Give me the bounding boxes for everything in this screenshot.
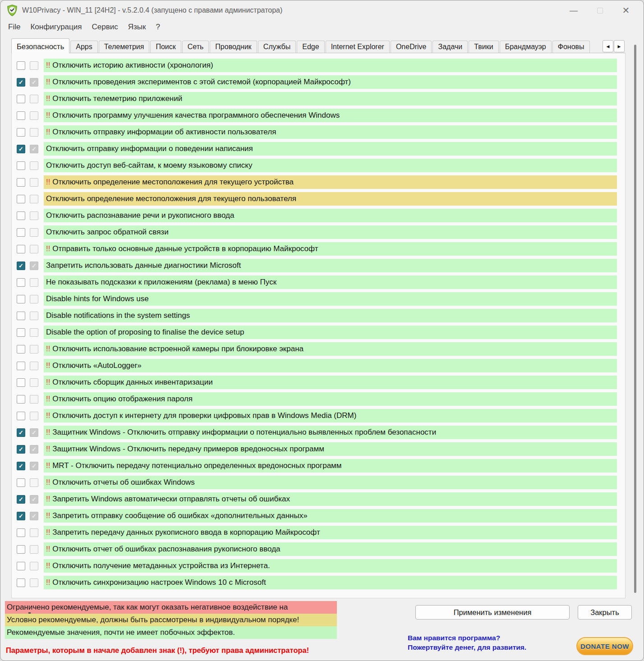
setting-checkbox[interactable] bbox=[17, 328, 25, 337]
tab-edge[interactable]: Edge bbox=[297, 41, 324, 53]
setting-checkbox[interactable] bbox=[17, 362, 25, 370]
setting-checkbox[interactable] bbox=[17, 312, 25, 320]
setting-label: Отключить распознавание речи и рукописно… bbox=[44, 209, 617, 222]
tab-scroll-left-button[interactable]: ◀ bbox=[603, 40, 613, 52]
menu-item--[interactable]: ? bbox=[151, 23, 165, 32]
setting-state-checkbox bbox=[30, 578, 38, 587]
setting-label: !! Отключить отчеты об ошибках Windows bbox=[44, 476, 617, 489]
setting-checkbox[interactable] bbox=[17, 111, 25, 120]
setting-checkbox[interactable] bbox=[17, 562, 25, 570]
list-item: ✓✓!! Отключить проведения экспериментов … bbox=[14, 75, 625, 89]
setting-checkbox[interactable]: ✓ bbox=[17, 262, 25, 270]
list-item: Disable notifications in the system sett… bbox=[14, 309, 625, 322]
setting-checkbox[interactable] bbox=[17, 161, 25, 170]
setting-checkbox[interactable] bbox=[17, 128, 25, 137]
setting-checkbox[interactable] bbox=[17, 478, 25, 487]
setting-text: Защитник Windows - Отключить отправку ин… bbox=[50, 428, 436, 436]
setting-checkbox[interactable] bbox=[17, 395, 25, 404]
setting-checkbox[interactable] bbox=[17, 211, 25, 220]
setting-text: Отключить опцию отображения пароля bbox=[50, 395, 192, 403]
shield-check-icon bbox=[7, 5, 18, 16]
settings-panel: !! Отключить историю активности (хроноло… bbox=[11, 53, 626, 598]
setting-checkbox[interactable]: ✓ bbox=[17, 428, 25, 437]
menu-item-сервис[interactable]: Сервис bbox=[87, 23, 123, 32]
maximize-button[interactable] bbox=[587, 0, 613, 20]
setting-checkbox[interactable]: ✓ bbox=[17, 145, 25, 153]
setting-checkbox[interactable] bbox=[17, 412, 25, 420]
setting-checkbox[interactable] bbox=[17, 578, 25, 587]
close-button[interactable]: ✕ bbox=[613, 0, 639, 20]
tab-strip: БезопасностьAppsТелеметрияПоискСетьПрово… bbox=[11, 38, 602, 53]
donate-text: Вам нравится программа? Пожертвуйте дене… bbox=[408, 633, 526, 652]
setting-text: Не показывать подсказки к приложениям (р… bbox=[46, 278, 276, 286]
setting-label: !! MRT - Отключить передачу потенциально… bbox=[44, 459, 617, 473]
tab-сеть[interactable]: Сеть bbox=[182, 41, 209, 53]
setting-state-checkbox bbox=[30, 245, 38, 253]
setting-state-checkbox: ✓ bbox=[30, 78, 38, 87]
setting-label: !! Отключить отправку информации об акти… bbox=[44, 125, 617, 139]
list-item: !! Отключить отправку информации об акти… bbox=[14, 125, 625, 139]
maximize-icon bbox=[597, 8, 603, 14]
setting-checkbox[interactable]: ✓ bbox=[17, 78, 25, 87]
setting-label: !! Отключить определение местоположения … bbox=[44, 175, 617, 189]
tab-onedrive[interactable]: OneDrive bbox=[391, 41, 432, 53]
setting-checkbox[interactable] bbox=[17, 345, 25, 353]
setting-checkbox[interactable] bbox=[17, 278, 25, 287]
scrollbar-thumb[interactable] bbox=[634, 45, 636, 593]
setting-checkbox[interactable] bbox=[17, 545, 25, 554]
list-item: !! Отключить телеметрию приложений bbox=[14, 92, 625, 106]
vertical-scrollbar[interactable] bbox=[630, 43, 640, 594]
setting-text: Отключить отчеты об ошибках Windows bbox=[50, 478, 194, 487]
tab-фоновы[interactable]: Фоновы bbox=[552, 41, 590, 53]
menu-item-конфигурация[interactable]: Конфигурация bbox=[25, 23, 87, 32]
setting-text: Отключить историю активности (хронология… bbox=[50, 61, 213, 69]
setting-checkbox[interactable] bbox=[17, 95, 25, 103]
menu-item-язык[interactable]: Язык bbox=[123, 23, 151, 32]
setting-checkbox[interactable]: ✓ bbox=[17, 512, 25, 520]
list-item: !! Отправить только основные данные устр… bbox=[14, 242, 625, 256]
tab-брандмауэр[interactable]: Брандмауэр bbox=[500, 41, 552, 53]
list-item: Отключить распознавание речи и рукописно… bbox=[14, 209, 625, 222]
tab-поиск[interactable]: Поиск bbox=[150, 41, 181, 53]
setting-label: !! Запретить отправку сообщение об ошибк… bbox=[44, 509, 617, 523]
tab-scrollers: ◀ ▶ bbox=[603, 40, 625, 52]
close-app-button[interactable]: Закрыть bbox=[578, 605, 632, 620]
minimize-button[interactable]: — bbox=[561, 0, 587, 20]
tab-проводник[interactable]: Проводник bbox=[210, 41, 257, 53]
tab-задачи[interactable]: Задачи bbox=[432, 41, 468, 53]
tab-службы[interactable]: Службы bbox=[258, 41, 296, 53]
list-item: ✓✓!! Защитник Windows - Отключить переда… bbox=[14, 442, 625, 456]
setting-checkbox[interactable] bbox=[17, 228, 25, 237]
setting-label: Отключить определение местоположения для… bbox=[44, 192, 617, 206]
list-item: Отключить запрос обратной связи bbox=[14, 225, 625, 239]
setting-checkbox[interactable] bbox=[17, 178, 25, 187]
menu-item-file[interactable]: File bbox=[3, 23, 25, 32]
setting-checkbox[interactable] bbox=[17, 195, 25, 203]
setting-text: Отправить только основные данные устройс… bbox=[50, 244, 318, 253]
donate-now-button[interactable]: DONATE NOW bbox=[576, 637, 633, 655]
setting-label: !! Отключить получение метаданных устрой… bbox=[44, 559, 617, 573]
list-item: !! Отключить получение метаданных устрой… bbox=[14, 559, 625, 573]
list-item: ✓✓!! MRT - Отключить передачу потенциаль… bbox=[14, 459, 625, 473]
tab-apps[interactable]: Apps bbox=[70, 41, 97, 53]
setting-checkbox[interactable]: ✓ bbox=[17, 495, 25, 504]
setting-checkbox[interactable]: ✓ bbox=[17, 462, 25, 470]
tab-твики[interactable]: Твики bbox=[469, 41, 498, 53]
setting-label: !! Отключить сборщик данных инвентаризац… bbox=[44, 376, 617, 389]
apply-changes-button[interactable]: Применить изменения bbox=[415, 605, 570, 620]
setting-checkbox[interactable] bbox=[17, 245, 25, 253]
setting-checkbox[interactable] bbox=[17, 528, 25, 537]
tab-безопасность[interactable]: Безопасность bbox=[11, 38, 69, 53]
setting-text: Отключить отправку информации об активно… bbox=[50, 128, 276, 136]
setting-label: Отключить доступ веб-сайтам, к моему язы… bbox=[44, 159, 617, 172]
setting-checkbox[interactable]: ✓ bbox=[17, 445, 25, 454]
setting-checkbox[interactable] bbox=[17, 295, 25, 303]
tab-scroll-right-button[interactable]: ▶ bbox=[614, 40, 625, 52]
setting-checkbox[interactable] bbox=[17, 61, 25, 70]
tab-internet-explorer[interactable]: Internet Explorer bbox=[326, 41, 390, 53]
setting-checkbox[interactable] bbox=[17, 378, 25, 387]
setting-state-checkbox: ✓ bbox=[30, 145, 38, 153]
setting-state-checkbox: ✓ bbox=[30, 462, 38, 470]
setting-state-checkbox bbox=[30, 161, 38, 170]
tab-телеметрия[interactable]: Телеметрия bbox=[99, 41, 150, 53]
